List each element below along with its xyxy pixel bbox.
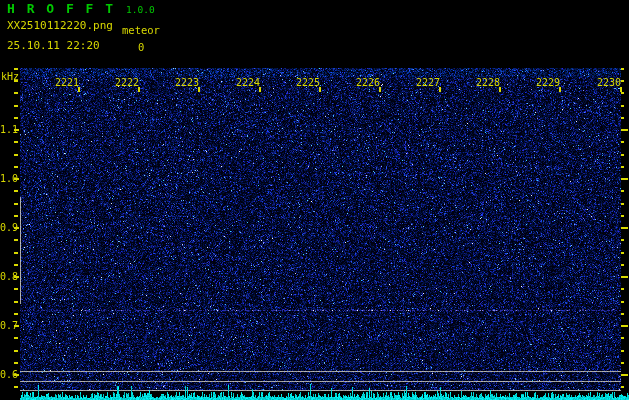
freq-label: 1.0	[0, 173, 13, 184]
freq-tick-right	[621, 362, 624, 364]
freq-tick-left	[14, 141, 18, 143]
freq-label: 0.7	[0, 320, 13, 331]
freq-tick-right	[621, 166, 624, 168]
time-label: 2226	[356, 77, 380, 88]
freq-tick-right	[621, 190, 624, 192]
app-version: 1.0.0	[126, 5, 155, 15]
freq-tick-right	[621, 215, 624, 217]
freq-tick-left	[14, 105, 18, 107]
freq-tick-right	[621, 239, 624, 241]
freq-tick-right	[621, 141, 624, 143]
time-tick	[319, 87, 321, 92]
capture-filename: XX2510112220.png	[7, 20, 113, 32]
spectrogram-canvas	[0, 0, 629, 400]
time-tick	[78, 87, 80, 92]
freq-tick-right	[621, 178, 628, 180]
time-tick	[259, 87, 261, 92]
freq-tick-left	[14, 337, 18, 339]
freq-tick-right	[621, 80, 624, 82]
time-tick	[379, 87, 381, 92]
freq-tick-right	[621, 264, 624, 266]
freq-tick-right	[621, 386, 624, 388]
time-label: 2224	[236, 77, 260, 88]
freq-tick-right	[621, 68, 624, 70]
freq-tick-left	[14, 288, 18, 290]
time-label: 2225	[296, 77, 320, 88]
freq-tick-left	[14, 117, 18, 119]
freq-tick-right	[621, 92, 624, 94]
freq-tick-right	[621, 325, 628, 327]
freq-tick-right	[621, 288, 624, 290]
freq-tick-left	[14, 166, 18, 168]
time-tick	[138, 87, 140, 92]
freq-tick-left	[14, 362, 18, 364]
time-tick	[198, 87, 200, 92]
freq-label: 1.1	[0, 124, 13, 135]
freq-tick-left	[14, 386, 18, 388]
time-tick	[439, 87, 441, 92]
freq-tick-left	[14, 190, 18, 192]
freq-label: 0.8	[0, 271, 13, 282]
time-label: 2223	[175, 77, 199, 88]
time-label: 2227	[416, 77, 440, 88]
freq-tick-left	[14, 313, 18, 315]
freq-tick-right	[621, 301, 624, 303]
freq-tick-right	[621, 350, 624, 352]
freq-tick-left	[14, 350, 18, 352]
time-label: 2230	[597, 77, 621, 88]
freq-tick-left	[14, 154, 18, 156]
time-tick	[620, 87, 622, 92]
app-title: H R O F F T	[7, 2, 115, 16]
mode-label: meteor	[122, 25, 160, 37]
freq-tick-right	[621, 313, 624, 315]
freq-tick-right	[621, 337, 624, 339]
time-tick	[499, 87, 501, 92]
freq-tick-right	[621, 252, 624, 254]
freq-tick-right	[621, 276, 628, 278]
freq-tick-right	[621, 227, 628, 229]
freq-tick-left	[14, 68, 18, 70]
freq-tick-left	[14, 203, 18, 205]
freq-tick-right	[621, 203, 624, 205]
freq-tick-left	[14, 80, 18, 82]
freq-tick-left	[14, 301, 18, 303]
time-label: 2229	[536, 77, 560, 88]
meteor-count: 0	[138, 42, 144, 54]
freq-tick-right	[621, 154, 624, 156]
hrofft-window: H R O F F T 1.0.0 XX2510112220.png meteo…	[0, 0, 629, 400]
freq-label: 0.9	[0, 222, 13, 233]
time-label: 2221	[55, 77, 79, 88]
freq-tick-right	[621, 105, 624, 107]
time-label: 2228	[476, 77, 500, 88]
time-label: 2222	[115, 77, 139, 88]
freq-tick-right	[621, 129, 628, 131]
time-tick	[559, 87, 561, 92]
freq-label: 0.6	[0, 369, 13, 380]
freq-tick-right	[621, 117, 624, 119]
freq-tick-left	[14, 264, 18, 266]
capture-datetime: 25.10.11 22:20	[7, 40, 100, 52]
freq-tick-right	[621, 374, 628, 376]
freq-tick-left	[14, 215, 18, 217]
freq-tick-left	[14, 252, 18, 254]
freq-tick-left	[14, 239, 18, 241]
freq-tick-left	[14, 92, 18, 94]
